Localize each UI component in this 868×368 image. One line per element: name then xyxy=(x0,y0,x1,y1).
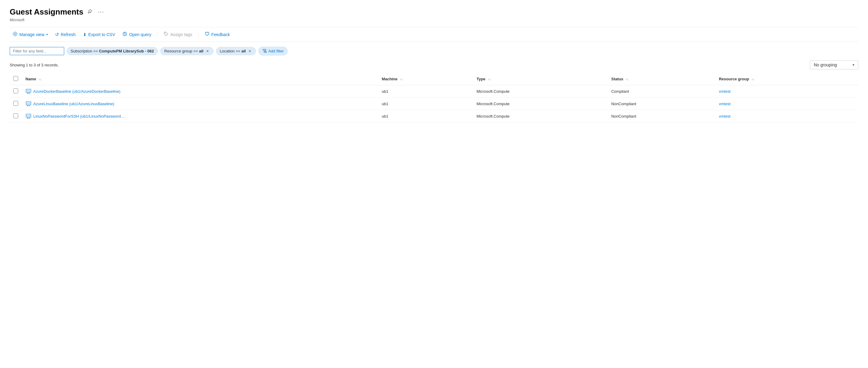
select-all-checkbox[interactable] xyxy=(13,76,18,81)
column-header-name[interactable]: Name ↑↓ xyxy=(22,73,378,85)
row-name-link[interactable]: AzureLinuxBaseline (ub1/AzureLinuxBaseli… xyxy=(33,102,114,106)
row-name-link[interactable]: LinuxNoPasswordForSSH (ub1/LinuxNoPasswo… xyxy=(33,114,125,118)
row-2-checkbox[interactable] xyxy=(13,113,18,118)
machine-sort-icon[interactable]: ↑↓ xyxy=(400,78,403,81)
open-query-button[interactable]: Open query xyxy=(119,30,154,39)
column-header-status[interactable]: Status ↑↓ xyxy=(608,73,715,85)
add-filter-button[interactable]: Add filter xyxy=(258,47,288,55)
export-csv-label: Export to CSV xyxy=(88,32,115,37)
vm-icon xyxy=(26,101,31,107)
assign-tags-label: Assign tags xyxy=(170,32,192,37)
vm-icon xyxy=(26,88,31,94)
location-filter-label: Location == all xyxy=(220,49,246,53)
manage-view-chevron: ▾ xyxy=(46,33,48,36)
location-filter-close[interactable]: ✕ xyxy=(248,49,252,53)
page-title: Guest Assignments xyxy=(10,7,83,17)
resource-group-filter-tag[interactable]: Resource group == all ✕ xyxy=(160,47,213,55)
title-row: Guest Assignments ··· xyxy=(10,7,858,17)
vm-icon xyxy=(26,113,31,119)
filter-row: Subscription == ComputePM LibrarySub - 0… xyxy=(10,47,858,55)
feedback-label: Feedback xyxy=(211,32,230,37)
row-type-cell: Microsoft.Compute xyxy=(473,110,608,122)
records-row: Showing 1 to 3 of 3 records. No grouping… xyxy=(10,60,858,69)
row-resource-group-cell[interactable]: vmtest xyxy=(715,97,858,110)
resource-group-filter-close[interactable]: ✕ xyxy=(205,49,210,53)
row-resource-group-cell[interactable]: vmtest xyxy=(715,110,858,122)
row-name-cell: AzureLinuxBaseline (ub1/AzureLinuxBaseli… xyxy=(22,97,378,110)
row-resource-group-cell[interactable]: vmtest xyxy=(715,85,858,97)
grouping-label: No grouping xyxy=(814,62,837,67)
name-cell: LinuxNoPasswordForSSH (ub1/LinuxNoPasswo… xyxy=(26,113,374,119)
row-0-checkbox[interactable] xyxy=(13,88,18,93)
tag-icon xyxy=(163,31,168,37)
subscription-filter-tag[interactable]: Subscription == ComputePM LibrarySub - 0… xyxy=(67,47,158,55)
open-query-label: Open query xyxy=(129,32,151,37)
name-cell: AzureDockerBaseline (ub1/AzureDockerBase… xyxy=(26,88,374,94)
download-icon: ⬇ xyxy=(83,32,87,37)
status-sort-icon[interactable]: ↑↓ xyxy=(626,78,629,81)
refresh-label: Refresh xyxy=(61,32,76,37)
row-machine-cell: ub1 xyxy=(378,85,473,97)
column-header-type[interactable]: Type ↑↓ xyxy=(473,73,608,85)
grouping-chevron-icon: ▾ xyxy=(852,63,855,67)
row-name-link[interactable]: AzureDockerBaseline (ub1/AzureDockerBase… xyxy=(33,89,121,94)
name-sort-icon[interactable]: ↑↓ xyxy=(38,78,41,81)
resource-group-link[interactable]: vmtest xyxy=(719,114,731,118)
row-status-cell: NonCompliant xyxy=(608,110,715,122)
manage-view-button[interactable]: Manage view ▾ xyxy=(10,30,51,39)
resource-group-link[interactable]: vmtest xyxy=(719,102,731,106)
table-row: AzureLinuxBaseline (ub1/AzureLinuxBaseli… xyxy=(10,97,858,110)
resource-group-sort-icon[interactable]: ↑↓ xyxy=(751,78,754,81)
table-header-row: Name ↑↓ Machine ↑↓ Type ↑↓ Status ↑↓ Res… xyxy=(10,73,858,85)
page-header: Guest Assignments ··· Microsoft xyxy=(10,7,858,22)
type-sort-icon[interactable]: ↑↓ xyxy=(488,78,491,81)
records-count: Showing 1 to 3 of 3 records. xyxy=(10,63,59,67)
table-row: AzureDockerBaseline (ub1/AzureDockerBase… xyxy=(10,85,858,97)
table-header: Name ↑↓ Machine ↑↓ Type ↑↓ Status ↑↓ Res… xyxy=(10,73,858,85)
row-status-cell: NonCompliant xyxy=(608,97,715,110)
feedback-button[interactable]: Feedback xyxy=(202,30,233,39)
query-icon xyxy=(122,31,127,37)
export-csv-button[interactable]: ⬇ Export to CSV xyxy=(80,30,118,39)
svg-rect-10 xyxy=(27,102,30,104)
row-machine-cell: ub1 xyxy=(378,110,473,122)
row-machine-cell: ub1 xyxy=(378,97,473,110)
refresh-button[interactable]: ↺ Refresh xyxy=(52,30,79,39)
add-filter-label: Add filter xyxy=(268,49,284,53)
filter-input[interactable] xyxy=(10,47,64,55)
table-body: AzureDockerBaseline (ub1/AzureDockerBase… xyxy=(10,85,858,122)
svg-point-2 xyxy=(165,33,165,33)
heart-icon xyxy=(205,31,210,37)
resource-group-filter-label: Resource group == all xyxy=(164,49,203,53)
name-cell: AzureLinuxBaseline (ub1/AzureLinuxBaseli… xyxy=(26,101,374,107)
row-type-cell: Microsoft.Compute xyxy=(473,97,608,110)
resource-group-link[interactable]: vmtest xyxy=(719,89,731,94)
subtitle: Microsoft xyxy=(10,18,858,22)
row-checkbox-cell[interactable] xyxy=(10,97,22,110)
table-row: LinuxNoPasswordForSSH (ub1/LinuxNoPasswo… xyxy=(10,110,858,122)
refresh-icon: ↺ xyxy=(55,32,59,37)
row-1-checkbox[interactable] xyxy=(13,101,18,106)
add-filter-icon xyxy=(262,49,267,54)
gear-icon xyxy=(13,31,18,37)
row-status-cell: Compliant xyxy=(608,85,715,97)
data-table: Name ↑↓ Machine ↑↓ Type ↑↓ Status ↑↓ Res… xyxy=(10,73,858,122)
location-filter-tag[interactable]: Location == all ✕ xyxy=(216,47,256,55)
more-options-icon[interactable]: ··· xyxy=(97,7,105,17)
row-checkbox-cell[interactable] xyxy=(10,85,22,97)
assign-tags-button[interactable]: Assign tags xyxy=(160,30,195,39)
column-header-machine[interactable]: Machine ↑↓ xyxy=(378,73,473,85)
grouping-select[interactable]: No grouping ▾ xyxy=(810,60,858,69)
row-type-cell: Microsoft.Compute xyxy=(473,85,608,97)
subscription-filter-label: Subscription == ComputePM LibrarySub - 0… xyxy=(70,49,154,53)
row-checkbox-cell[interactable] xyxy=(10,110,22,122)
row-name-cell: AzureDockerBaseline (ub1/AzureDockerBase… xyxy=(22,85,378,97)
svg-point-1 xyxy=(125,35,125,35)
toolbar-separator-1 xyxy=(157,31,157,37)
select-all-header[interactable] xyxy=(10,73,22,85)
column-header-resource-group[interactable]: Resource group ↑↓ xyxy=(715,73,858,85)
pin-icon[interactable] xyxy=(86,8,94,17)
manage-view-label: Manage view xyxy=(20,32,44,37)
svg-rect-5 xyxy=(27,90,30,92)
toolbar-separator-2 xyxy=(198,31,199,37)
